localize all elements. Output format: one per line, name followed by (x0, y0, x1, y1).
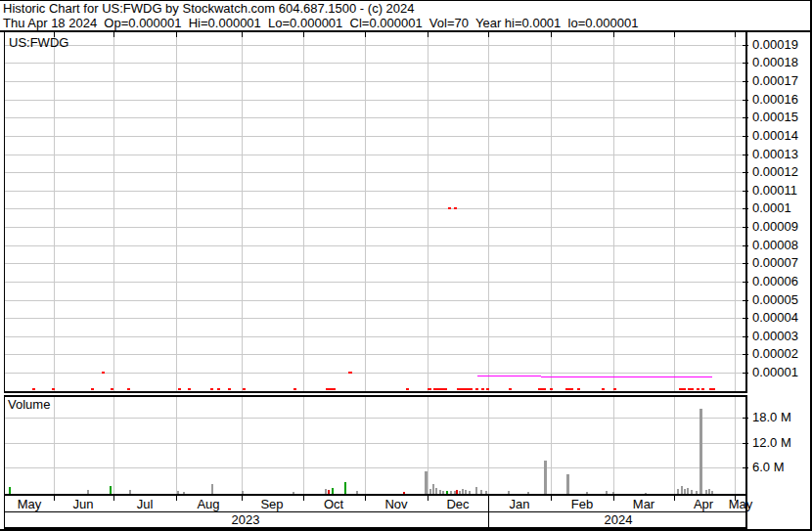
price-axis-label: 0.00019 (752, 38, 798, 52)
price-axis-tick (743, 263, 748, 264)
price-axis-tick (743, 117, 748, 118)
price-axis-label: 0.00017 (752, 74, 798, 88)
month-boundary-tick-bottom (242, 496, 243, 501)
price-axis-tick (743, 354, 748, 355)
price-axis-tick (743, 63, 748, 64)
month-boundary-tick-top (488, 31, 489, 37)
month-label: Jun (73, 498, 94, 511)
price-axis-tick (743, 373, 748, 374)
month-boundary-tick-top (613, 31, 614, 37)
price-axis-tick (743, 245, 748, 246)
price-axis-label: 0.00009 (752, 220, 798, 234)
price-axis-label: 0.00014 (752, 129, 798, 143)
price-axis-label: 0.00006 (752, 275, 798, 288)
price-axis-label: 0.00016 (752, 93, 798, 107)
volume-axis-label: 18.0 M (752, 411, 791, 424)
price-axis-label: 0.0001 (752, 201, 791, 215)
price-axis-label: 0.00011 (752, 184, 797, 198)
month-boundary-tick-top (674, 31, 675, 37)
price-axis-label: 0.00003 (752, 330, 798, 343)
price-axis-tick (743, 45, 748, 46)
volume-axis-tick (743, 443, 748, 444)
stockwatch-historic-chart: Historic Chart for US:FWDG by Stockwatch… (0, 0, 812, 531)
volume-axis-label: 6.0 M (752, 461, 785, 474)
month-boundary-tick-bottom (303, 496, 304, 501)
month-label: Feb (571, 498, 593, 511)
price-axis-tick (743, 172, 748, 173)
month-label: Oct (324, 498, 343, 511)
month-boundary-tick-bottom (428, 496, 429, 501)
month-label: May (18, 498, 42, 511)
year-label: 2024 (605, 513, 633, 527)
month-boundary-tick-top (303, 31, 304, 37)
price-axis-label: 0.00005 (752, 293, 798, 307)
month-boundary-tick-top (242, 31, 243, 37)
month-boundary-tick-bottom (674, 496, 675, 501)
volume-axis-label: 12.0 M (752, 436, 791, 450)
month-label: Mar (633, 498, 654, 511)
month-boundary-tick-bottom (613, 496, 614, 501)
month-boundary-tick-bottom (113, 496, 114, 501)
price-axis-tick (743, 155, 748, 155)
price-axis-tick (743, 208, 748, 209)
price-axis-tick (743, 100, 748, 101)
month-boundary-tick-bottom (365, 496, 366, 501)
month-boundary-tick-bottom (176, 496, 177, 501)
month-boundary-tick-top (365, 31, 366, 37)
price-axis-label: 0.00013 (752, 148, 798, 161)
month-label: Nov (384, 498, 407, 511)
price-axis-tick (743, 300, 748, 301)
price-axis-label: 0.00004 (752, 311, 798, 325)
price-axis-tick (743, 318, 748, 319)
volume-axis-tick (743, 418, 748, 419)
price-axis-tick (743, 191, 748, 192)
price-axis-label: 0.00002 (752, 347, 798, 361)
symbol-label: US:FWDG (9, 35, 68, 50)
price-axis-tick (743, 282, 748, 283)
year-label: 2023 (232, 513, 260, 527)
month-boundary-tick-top (113, 31, 114, 37)
month-label: Dec (446, 498, 469, 511)
month-boundary-tick-top (176, 31, 177, 37)
month-label: Sep (260, 498, 283, 511)
price-axis-label: 0.00012 (752, 165, 798, 179)
price-axis-tick (743, 136, 748, 137)
volume-label: Volume (8, 397, 50, 412)
price-axis-label: 0.00007 (752, 256, 798, 270)
month-boundary-tick-top (428, 31, 429, 37)
price-axis-label: 0.00001 (752, 366, 798, 379)
price-axis-label: 0.00018 (752, 56, 798, 69)
price-axis-tick (743, 81, 748, 82)
month-boundary-tick-top (735, 31, 736, 37)
price-axis-tick (743, 227, 748, 228)
price-axis-tick (743, 336, 748, 337)
month-label: Aug (197, 498, 219, 511)
month-label: Apr (694, 498, 713, 511)
month-label: Jul (137, 498, 154, 511)
month-boundary-tick-bottom (551, 496, 552, 501)
price-axis-label: 0.00015 (752, 111, 798, 124)
month-boundary-tick-bottom (54, 496, 55, 501)
price-axis-label: 0.00008 (752, 239, 798, 252)
month-boundary-tick-top (551, 31, 552, 37)
year-divider (488, 496, 489, 529)
volume-axis-tick (743, 467, 748, 468)
axis-labels-layer: 0.000190.000180.000170.000160.000150.000… (0, 0, 812, 531)
month-label: May (729, 498, 753, 511)
month-label: Jan (510, 498, 530, 511)
